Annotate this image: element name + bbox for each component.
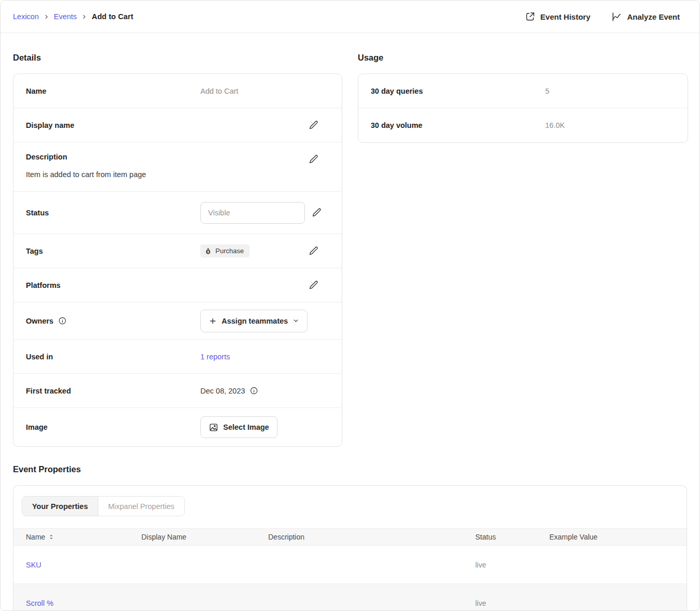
used-in-reports-link[interactable]: 1 reports (200, 353, 230, 361)
pencil-icon (311, 207, 322, 218)
breadcrumb: Lexicon Events Add to Cart (13, 12, 133, 21)
property-row-sku[interactable]: SKU live (13, 546, 687, 584)
assign-teammates-label: Assign teammates (222, 317, 288, 325)
edit-description-button[interactable] (307, 153, 320, 166)
usage-section: Usage 30 day queries 5 30 day volume 16.… (358, 33, 688, 143)
pencil-icon (308, 245, 319, 256)
chevron-down-icon (293, 317, 299, 324)
pencil-icon (308, 154, 319, 165)
image-label: Image (26, 423, 200, 431)
money-bag-icon: $ (205, 248, 212, 255)
select-image-button[interactable]: Select Image (200, 416, 278, 438)
details-card: Name Add to Cart Display name (13, 74, 342, 447)
info-icon[interactable] (250, 386, 258, 395)
detail-row-description: Description Item is added to cart from i… (13, 142, 342, 192)
analyze-event-label: Analyze Event (627, 12, 680, 21)
property-link-scroll[interactable]: Scroll % (26, 599, 53, 607)
status-label: Status (26, 209, 200, 217)
pencil-icon (308, 280, 319, 290)
line-chart-icon (611, 11, 622, 22)
name-value: Add to Cart (200, 87, 238, 95)
property-row-scroll[interactable]: Scroll % live (13, 584, 687, 611)
status-input[interactable] (200, 202, 305, 224)
external-link-icon (525, 11, 535, 22)
properties-tab-group: Your Properties Mixpanel Properties (22, 496, 185, 516)
select-image-label: Select Image (223, 423, 269, 431)
col-display-name: Display Name (141, 533, 268, 541)
property-link-sku[interactable]: SKU (26, 561, 41, 569)
col-description: Description (268, 533, 475, 541)
first-tracked-value: Dec 08, 2023 (200, 387, 245, 395)
edit-platforms-button[interactable] (307, 279, 320, 292)
event-history-button[interactable]: Event History (525, 11, 591, 22)
col-example-value: Example Value (549, 533, 687, 541)
detail-row-platforms: Platforms (13, 268, 342, 302)
breadcrumb-link-events[interactable]: Events (54, 12, 77, 21)
tag-purchase[interactable]: $ Purchase (200, 244, 250, 257)
assign-teammates-button[interactable]: Assign teammates (200, 310, 308, 332)
detail-row-tags: Tags $ Purchase (13, 234, 342, 268)
plus-icon (209, 317, 217, 325)
top-bar: Lexicon Events Add to Cart Event Histo (1, 1, 699, 33)
usage-row-volume: 30 day volume 16.0K (358, 108, 688, 142)
app-window: Lexicon Events Add to Cart Event Histo (0, 0, 700, 611)
edit-tags-button[interactable] (307, 244, 320, 257)
description-value: Item is added to cart from item page (26, 170, 329, 179)
topbar-actions: Event History Analyze Event (525, 11, 680, 22)
used-in-label: Used in (26, 353, 200, 361)
details-section: Details Name Add to Cart Display name (13, 33, 342, 447)
detail-row-used-in: Used in 1 reports (13, 340, 342, 374)
edit-status-button[interactable] (310, 206, 323, 219)
usage-title: Usage (358, 52, 688, 63)
queries-value: 5 (545, 87, 549, 95)
sort-name-button[interactable] (48, 534, 54, 540)
tab-your-properties[interactable]: Your Properties (22, 497, 98, 516)
owners-label: Owners (26, 317, 53, 325)
svg-text:$: $ (207, 250, 209, 253)
tab-mixpanel-properties[interactable]: Mixpanel Properties (98, 497, 184, 516)
event-properties-card: Your Properties Mixpanel Properties Name (13, 485, 687, 611)
display-name-label: Display name (26, 121, 200, 129)
event-properties-title: Event Properties (13, 463, 687, 475)
event-properties-section: Event Properties Your Properties Mixpane… (13, 463, 687, 611)
usage-card: 30 day queries 5 30 day volume 16.0K (358, 74, 688, 143)
detail-row-owners: Owners (13, 302, 342, 340)
properties-table-header: Name Display Name D (13, 528, 687, 546)
first-tracked-label: First tracked (26, 387, 200, 395)
property-status: live (475, 561, 549, 569)
properties-table: Name Display Name D (13, 528, 687, 611)
edit-display-name-button[interactable] (307, 119, 320, 132)
chevron-right-icon (43, 14, 49, 20)
image-icon (209, 423, 218, 432)
platforms-label: Platforms (26, 281, 200, 289)
col-status: Status (475, 533, 549, 541)
chevron-right-icon (81, 14, 87, 20)
description-label: Description (26, 153, 200, 161)
tags-label: Tags (26, 247, 200, 255)
detail-row-name: Name Add to Cart (13, 74, 342, 108)
property-status: live (475, 599, 549, 607)
detail-row-image: Image Select Image (13, 408, 342, 446)
analyze-event-button[interactable]: Analyze Event (611, 11, 680, 22)
queries-label: 30 day queries (371, 87, 545, 95)
col-name: Name (26, 533, 45, 541)
volume-label: 30 day volume (371, 121, 545, 129)
info-icon[interactable] (58, 316, 67, 325)
details-title: Details (13, 52, 342, 63)
detail-row-status: Status (13, 192, 342, 234)
detail-row-first-tracked: First tracked Dec 08, 2023 (13, 374, 342, 408)
event-history-label: Event History (541, 12, 591, 21)
breadcrumb-current: Add to Cart (92, 12, 133, 21)
tag-label: Purchase (215, 247, 244, 255)
usage-row-queries: 30 day queries 5 (358, 74, 688, 108)
pencil-icon (308, 120, 319, 130)
name-label: Name (26, 87, 200, 95)
breadcrumb-link-lexicon[interactable]: Lexicon (13, 12, 39, 21)
detail-row-display-name: Display name (13, 108, 342, 142)
volume-value: 16.0K (545, 121, 565, 129)
sort-icon (48, 534, 54, 540)
